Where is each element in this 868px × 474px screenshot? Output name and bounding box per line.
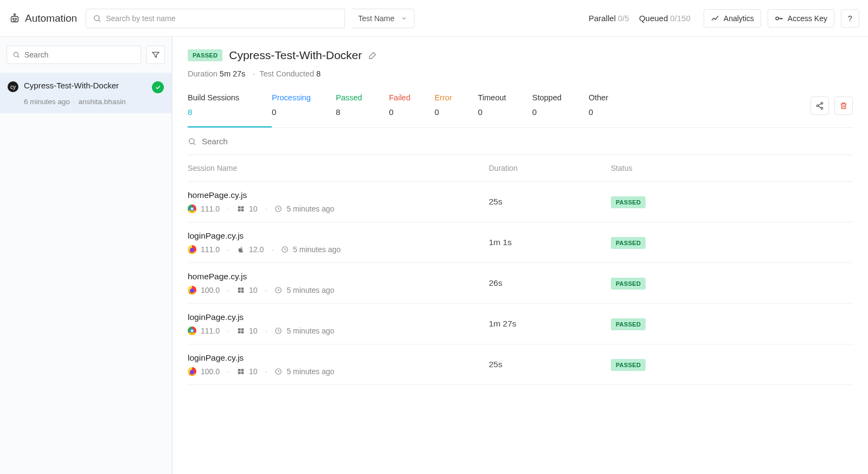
stat-processing[interactable]: Processing0 — [272, 93, 336, 126]
sidebar-build-name: Cypress-Test-With-Docker — [24, 80, 146, 91]
key-icon — [775, 14, 783, 23]
build-subheader: Duration5m 27s · Test Conducted8 — [188, 69, 853, 78]
stat-value: 0 — [478, 107, 532, 117]
stat-label: Stopped — [532, 93, 589, 102]
session-name: loginPage.cy.js — [188, 353, 489, 363]
analytics-button[interactable]: Analytics — [704, 9, 761, 28]
svg-rect-23 — [241, 328, 244, 330]
svg-rect-22 — [238, 328, 241, 330]
stat-timeout[interactable]: Timeout0 — [478, 93, 532, 126]
test-name-dropdown[interactable]: Test Name — [352, 9, 414, 28]
sidebar-search-field[interactable] — [24, 50, 135, 59]
stat-label: Build Sessions — [188, 93, 272, 102]
clock-icon — [275, 205, 282, 213]
svg-rect-18 — [241, 287, 244, 290]
stat-value: 0 — [532, 107, 589, 117]
status-badge: PASSED — [188, 49, 222, 61]
stat-error[interactable]: Error0 — [435, 93, 478, 126]
windows-icon — [237, 205, 245, 213]
share-button[interactable] — [810, 97, 829, 115]
session-duration: 25s — [489, 197, 611, 207]
session-row[interactable]: homePage.cy.js 100.0 · 10 · 5 minutes ag… — [188, 263, 853, 304]
parallel-value: 0/5 — [618, 14, 629, 23]
main-content: PASSED Cypress-Test-With-Docker Duration… — [173, 37, 868, 474]
clock-icon — [275, 327, 282, 335]
stat-failed[interactable]: Failed0 — [389, 93, 435, 126]
session-row[interactable]: homePage.cy.js 111.0 · 10 · 5 minutes ag… — [188, 182, 853, 222]
session-status-badge: PASSED — [611, 196, 646, 208]
session-meta: 100.0 · 10 · 5 minutes ago — [188, 286, 489, 294]
svg-rect-12 — [241, 206, 244, 208]
stat-value: 0 — [589, 107, 632, 117]
search-field[interactable] — [106, 14, 338, 23]
sidebar-search-input[interactable] — [7, 46, 141, 64]
session-search-field[interactable] — [202, 137, 365, 146]
chrome-icon — [188, 326, 196, 335]
stat-value: 0 — [389, 107, 435, 117]
stat-label: Timeout — [478, 93, 532, 102]
trash-icon — [839, 101, 848, 110]
stat-stopped[interactable]: Stopped0 — [532, 93, 589, 126]
sidebar-build-item[interactable]: cy Cypress-Test-With-Docker 6 minutes ag… — [0, 73, 171, 113]
search-icon — [93, 14, 101, 23]
stat-label: Passed — [336, 93, 389, 102]
svg-rect-11 — [238, 206, 241, 208]
filter-button[interactable] — [146, 46, 165, 64]
brand-text: Automation — [25, 12, 77, 24]
analytics-icon — [711, 14, 719, 23]
windows-icon — [237, 286, 245, 294]
svg-rect-14 — [241, 209, 244, 212]
firefox-icon — [188, 367, 196, 376]
col-duration: Duration — [489, 164, 611, 172]
svg-rect-20 — [241, 291, 244, 293]
session-status-badge: PASSED — [611, 237, 646, 249]
svg-point-0 — [14, 14, 16, 15]
session-status-badge: PASSED — [611, 278, 646, 290]
dropdown-label: Test Name — [358, 14, 394, 23]
share-icon — [815, 101, 824, 110]
session-meta: 111.0 · 12.0 · 5 minutes ago — [188, 245, 489, 254]
stat-build-sessions[interactable]: Build Sessions8 — [188, 93, 272, 127]
svg-rect-30 — [241, 372, 244, 374]
stat-label: Processing — [272, 93, 336, 102]
search-icon — [12, 51, 20, 59]
search-by-test-input[interactable] — [86, 9, 345, 28]
firefox-icon — [188, 286, 196, 294]
session-name: homePage.cy.js — [188, 272, 489, 281]
stat-label: Other — [589, 93, 632, 102]
svg-rect-29 — [238, 372, 241, 374]
stat-value: 0 — [272, 107, 336, 117]
session-name: loginPage.cy.js — [188, 312, 489, 322]
session-duration: 1m 27s — [489, 319, 611, 329]
search-icon — [188, 137, 196, 146]
stat-value: 8 — [336, 107, 389, 117]
clock-icon — [275, 368, 282, 375]
session-meta: 100.0 · 10 · 5 minutes ago — [188, 367, 489, 376]
svg-rect-17 — [238, 287, 241, 290]
help-button[interactable]: ? — [841, 9, 859, 28]
session-duration: 25s — [489, 360, 611, 369]
session-row[interactable]: loginPage.cy.js 100.0 · 10 · 5 minutes a… — [188, 344, 853, 385]
build-title: Cypress-Test-With-Docker — [229, 49, 362, 62]
svg-rect-27 — [238, 369, 241, 371]
svg-point-4 — [94, 15, 99, 20]
apple-icon — [237, 246, 245, 253]
session-row[interactable]: loginPage.cy.js 111.0 · 10 · 5 minutes a… — [188, 304, 853, 344]
svg-point-10 — [189, 138, 194, 143]
svg-rect-19 — [238, 291, 241, 293]
brand: Automation — [9, 12, 77, 24]
queued-label: Queued — [639, 14, 668, 23]
parallel-label: Parallel — [589, 14, 616, 23]
session-row[interactable]: loginPage.cy.js 111.0 · 12.0 · 5 minutes… — [188, 222, 853, 263]
stat-passed[interactable]: Passed8 — [336, 93, 389, 126]
edit-icon[interactable] — [368, 51, 377, 60]
stat-other[interactable]: Other0 — [589, 93, 632, 126]
session-search-input[interactable] — [188, 128, 853, 155]
delete-button[interactable] — [834, 97, 853, 115]
access-key-button[interactable]: Access Key — [768, 9, 834, 28]
stat-label: Failed — [389, 93, 435, 102]
topbar: Automation Test Name Parallel0/5 Queued0… — [0, 0, 868, 37]
sessions-table-header: Session Name Duration Status — [188, 155, 853, 182]
svg-point-3 — [15, 18, 16, 19]
svg-rect-24 — [238, 331, 241, 334]
